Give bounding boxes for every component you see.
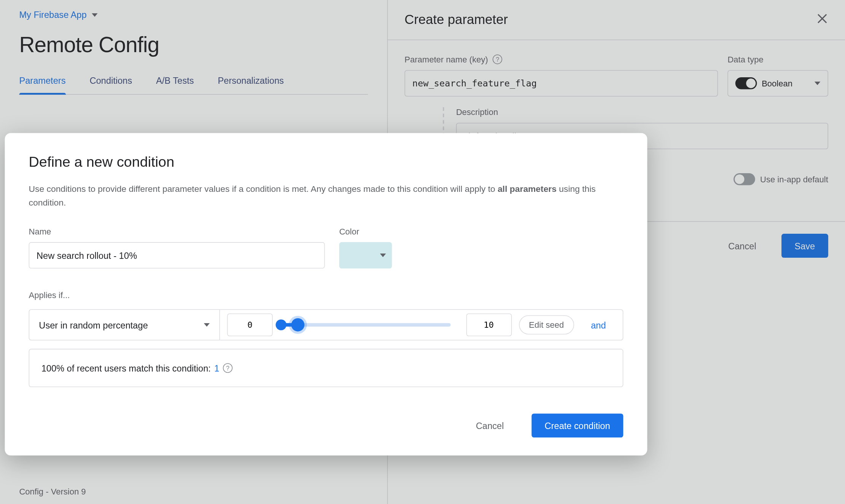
condition-color-label: Color — [339, 227, 359, 236]
chevron-down-icon — [204, 323, 210, 327]
drawer-title: Create parameter — [405, 12, 508, 27]
chevron-down-icon — [91, 13, 97, 16]
data-type-select[interactable]: Boolean — [727, 70, 828, 96]
condition-rule-row: User in random percentage Edit seed and — [29, 309, 623, 341]
percentage-to-input[interactable] — [466, 314, 512, 337]
create-condition-button[interactable]: Create condition — [531, 414, 623, 438]
data-type-label: Data type — [727, 54, 763, 64]
edit-seed-button[interactable]: Edit seed — [519, 316, 574, 335]
drawer-save-button[interactable]: Save — [781, 234, 828, 258]
app-selector[interactable]: My Firebase App — [19, 10, 97, 20]
rule-type-value: User in random percentage — [39, 320, 148, 330]
use-default-toggle[interactable] — [734, 173, 756, 185]
chevron-down-icon — [380, 254, 386, 257]
modal-title: Define a new condition — [29, 153, 623, 170]
applies-if-label: Applies if... — [29, 290, 623, 300]
use-default-label: Use in-app default — [760, 174, 828, 184]
rule-type-select[interactable]: User in random percentage — [29, 310, 220, 340]
help-icon[interactable]: ? — [493, 54, 502, 64]
define-condition-dialog: Define a new condition Use conditions to… — [5, 133, 647, 456]
tabs: Parameters Conditions A/B Tests Personal… — [19, 75, 368, 94]
modal-help-text: Use conditions to provide different para… — [29, 182, 623, 210]
add-and-clause[interactable]: and — [574, 320, 623, 330]
config-version: Config - Version 9 — [19, 486, 86, 496]
match-count: 1 — [214, 363, 219, 373]
match-text: 100% of recent users match this conditio… — [41, 363, 211, 373]
page-title: Remote Config — [19, 32, 368, 57]
slider-handle-end[interactable] — [292, 319, 305, 332]
drawer-cancel-button[interactable]: Cancel — [715, 234, 769, 258]
modal-cancel-button[interactable]: Cancel — [463, 414, 517, 438]
condition-name-label: Name — [29, 227, 51, 236]
param-name-label: Parameter name (key) — [405, 54, 488, 64]
chevron-down-icon — [815, 81, 821, 85]
tab-conditions[interactable]: Conditions — [89, 75, 132, 94]
tab-parameters[interactable]: Parameters — [19, 75, 65, 94]
condition-name-input[interactable] — [29, 242, 325, 269]
app-name: My Firebase App — [19, 10, 86, 20]
slider-handle-start[interactable] — [276, 320, 286, 330]
help-icon[interactable]: ? — [223, 364, 233, 373]
close-icon — [816, 13, 828, 24]
percentage-from-input[interactable] — [227, 314, 273, 337]
boolean-icon — [735, 77, 757, 89]
close-button[interactable] — [816, 13, 828, 27]
description-label: Description — [456, 107, 498, 117]
percentage-slider[interactable] — [281, 323, 450, 327]
data-type-value: Boolean — [762, 78, 792, 88]
match-summary: 100% of recent users match this conditio… — [29, 349, 623, 388]
param-name-input[interactable] — [405, 70, 718, 96]
tab-personalizations[interactable]: Personalizations — [218, 75, 284, 94]
tab-ab-tests[interactable]: A/B Tests — [156, 75, 194, 94]
condition-color-select[interactable] — [339, 242, 392, 269]
